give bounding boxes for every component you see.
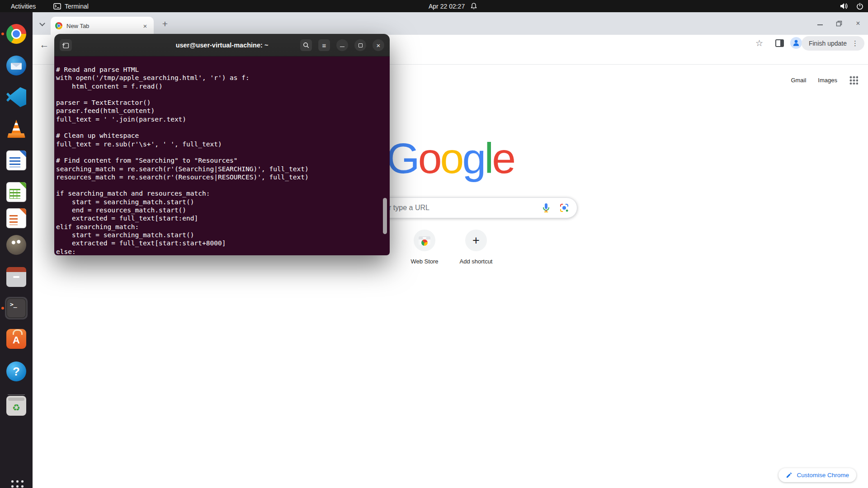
power-icon[interactable] bbox=[856, 3, 863, 10]
top-bar: Activities Terminal Apr 22 02:27 bbox=[0, 0, 868, 12]
activities-button[interactable]: Activities bbox=[8, 0, 38, 12]
tab-title: New Tab bbox=[66, 23, 137, 29]
tab-strip: New Tab × + × bbox=[33, 12, 868, 35]
voice-search-icon[interactable] bbox=[541, 202, 552, 213]
pencil-icon bbox=[786, 472, 793, 479]
tab-search-chevron-icon[interactable] bbox=[36, 19, 48, 30]
google-apps-grid-icon[interactable] bbox=[849, 75, 858, 84]
dock-item-calc[interactable] bbox=[5, 181, 28, 203]
terminal-maximize-button[interactable] bbox=[354, 39, 366, 51]
dock-item-chrome[interactable] bbox=[5, 23, 28, 45]
focused-app-menu[interactable]: Terminal bbox=[53, 0, 89, 12]
bookmark-star-icon[interactable]: ☆ bbox=[755, 38, 763, 48]
google-logo: Google bbox=[387, 134, 514, 183]
running-indicator-dot bbox=[1, 307, 4, 310]
terminal-search-button[interactable] bbox=[300, 39, 312, 51]
terminal-titlebar[interactable]: user@user-virtual-machine: ~ ≡ × bbox=[54, 34, 390, 56]
logo-letter: g bbox=[462, 134, 484, 182]
dock-item-gimp[interactable] bbox=[5, 234, 28, 256]
chrome-favicon-icon bbox=[55, 22, 62, 29]
side-panel-icon[interactable] bbox=[775, 39, 784, 47]
running-indicator-dot bbox=[1, 33, 4, 35]
dock-item-vlc[interactable] bbox=[5, 117, 28, 140]
customise-chrome-button[interactable]: Customise Chrome bbox=[778, 468, 856, 482]
dock-item-impress[interactable] bbox=[5, 207, 28, 230]
shortcuts-row: Web Store + Add shortcut bbox=[402, 230, 499, 265]
show-applications-button[interactable] bbox=[9, 479, 24, 488]
dock-item-trash[interactable] bbox=[5, 394, 28, 417]
terminal-body[interactable]: # Read and parse HTML with open('/tmp/ap… bbox=[54, 56, 390, 255]
customise-chrome-label: Customise Chrome bbox=[797, 472, 849, 479]
logo-letter: o bbox=[440, 134, 462, 182]
terminal-window: user@user-virtual-machine: ~ ≡ × # Read … bbox=[54, 34, 390, 255]
new-tab-button[interactable]: + bbox=[159, 18, 171, 30]
logo-letter: l bbox=[484, 134, 492, 182]
focused-app-name: Terminal bbox=[65, 3, 89, 10]
shortcut-label: Add shortcut bbox=[460, 258, 493, 265]
dock-item-files[interactable] bbox=[5, 266, 28, 288]
dock-item-writer[interactable] bbox=[5, 149, 28, 172]
terminal-close-button[interactable]: × bbox=[373, 39, 384, 51]
logo-letter: G bbox=[387, 134, 418, 182]
terminal-menu-button[interactable]: ≡ bbox=[318, 39, 330, 51]
dock-item-thunderbird[interactable] bbox=[5, 54, 28, 77]
impress-icon bbox=[6, 208, 26, 228]
terminal-app-icon bbox=[53, 3, 61, 9]
profile-avatar[interactable] bbox=[790, 37, 802, 49]
terminal-minimize-button[interactable] bbox=[336, 39, 348, 51]
vscode-icon bbox=[6, 87, 26, 107]
back-button[interactable]: ← bbox=[38, 38, 51, 51]
finish-update-button[interactable]: Finish update ⋮ bbox=[802, 36, 864, 51]
files-icon bbox=[6, 267, 26, 287]
gmail-link[interactable]: Gmail bbox=[791, 77, 806, 84]
bell-icon bbox=[470, 2, 477, 10]
vlc-icon bbox=[6, 119, 26, 139]
logo-letter: o bbox=[418, 134, 440, 182]
trash-icon bbox=[6, 396, 26, 416]
help-icon bbox=[6, 361, 26, 381]
web-store-icon bbox=[419, 236, 430, 245]
kebab-menu-icon[interactable]: ⋮ bbox=[850, 39, 860, 47]
window-close-button[interactable]: × bbox=[854, 20, 862, 27]
browser-tab[interactable]: New Tab × bbox=[51, 17, 154, 35]
google-lens-icon[interactable] bbox=[559, 202, 570, 213]
finish-update-label: Finish update bbox=[809, 40, 847, 47]
dock-item-terminal[interactable] bbox=[5, 297, 28, 319]
volume-icon[interactable] bbox=[840, 3, 849, 9]
shortcut-web-store[interactable]: Web Store bbox=[402, 230, 447, 265]
tab-close-icon[interactable]: × bbox=[141, 22, 149, 30]
images-link[interactable]: Images bbox=[818, 77, 837, 84]
shortcut-add[interactable]: + Add shortcut bbox=[453, 230, 499, 265]
writer-icon bbox=[6, 150, 26, 170]
dock bbox=[0, 12, 33, 488]
dock-item-vscode[interactable] bbox=[5, 86, 28, 108]
shortcut-label: Web Store bbox=[410, 258, 438, 265]
clock-text: Apr 22 02:27 bbox=[429, 3, 465, 10]
dock-item-help[interactable] bbox=[5, 360, 28, 383]
desktop: Activities Terminal Apr 22 02:27 bbox=[0, 0, 868, 488]
window-minimize-button[interactable] bbox=[816, 20, 824, 27]
calc-icon bbox=[6, 182, 26, 202]
chrome-icon bbox=[6, 24, 26, 44]
plus-icon: + bbox=[472, 234, 480, 248]
thunderbird-icon bbox=[6, 56, 26, 75]
terminal-scrollbar[interactable] bbox=[383, 198, 387, 234]
logo-letter: e bbox=[492, 134, 514, 182]
terminal-output: # Read and parse HTML with open('/tmp/ap… bbox=[54, 56, 390, 255]
gimp-icon bbox=[6, 235, 26, 255]
dock-item-software[interactable] bbox=[5, 328, 28, 350]
clock-menu[interactable]: Apr 22 02:27 bbox=[429, 0, 477, 12]
window-restore-button[interactable] bbox=[835, 20, 843, 27]
terminal-icon bbox=[6, 298, 26, 318]
software-icon bbox=[6, 329, 26, 349]
